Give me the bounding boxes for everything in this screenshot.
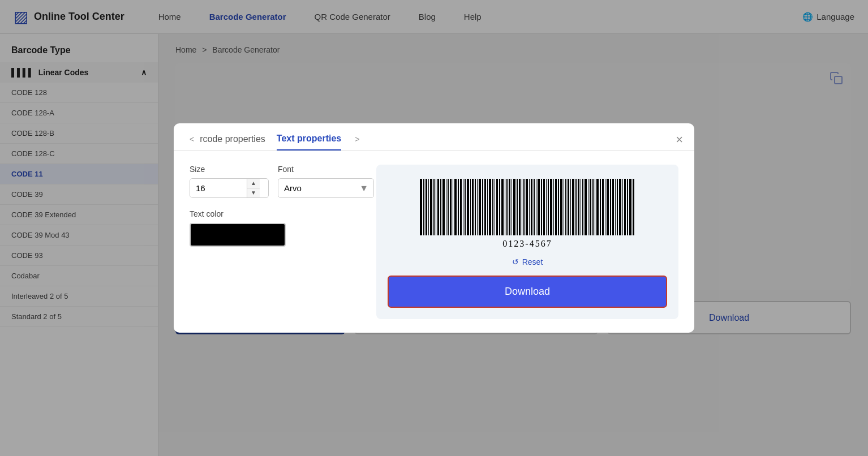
svg-rect-100 <box>523 179 525 235</box>
svg-rect-63 <box>433 179 435 235</box>
svg-rect-142 <box>627 179 628 235</box>
svg-rect-111 <box>550 179 552 235</box>
size-font-row: Size ▲ ▼ Font Arvo <box>190 165 359 198</box>
svg-rect-101 <box>526 179 528 235</box>
text-color-label: Text color <box>190 209 359 218</box>
reset-button[interactable]: ↺ Reset <box>512 257 543 266</box>
svg-rect-67 <box>442 179 445 235</box>
svg-rect-130 <box>596 179 599 235</box>
svg-rect-128 <box>592 179 594 235</box>
svg-rect-122 <box>578 179 579 235</box>
svg-rect-110 <box>548 179 549 235</box>
svg-rect-105 <box>536 179 536 235</box>
svg-rect-125 <box>585 179 587 235</box>
svg-rect-80 <box>475 179 476 235</box>
svg-rect-107 <box>541 179 542 235</box>
svg-rect-126 <box>588 179 588 235</box>
svg-rect-119 <box>570 179 571 235</box>
svg-rect-60 <box>426 179 427 235</box>
svg-rect-92 <box>505 179 505 235</box>
svg-rect-97 <box>517 179 518 235</box>
svg-rect-90 <box>499 179 500 235</box>
svg-rect-123 <box>581 179 581 235</box>
size-input[interactable] <box>190 179 247 197</box>
svg-rect-62 <box>430 179 432 235</box>
svg-rect-118 <box>568 179 569 235</box>
size-down-arrow[interactable]: ▼ <box>247 188 260 197</box>
tab-text-properties[interactable]: Text properties <box>277 134 341 150</box>
svg-rect-94 <box>509 179 510 235</box>
svg-rect-127 <box>590 179 591 235</box>
barcode-preview-modal: 0123-4567 <box>414 176 641 249</box>
text-color-swatch[interactable] <box>190 223 286 247</box>
modal-preview: 0123-4567 ↺ Reset Download <box>376 165 678 319</box>
svg-rect-112 <box>553 179 554 235</box>
svg-rect-75 <box>463 179 463 235</box>
svg-rect-132 <box>602 179 604 235</box>
modal-download-button[interactable]: Download <box>388 276 667 308</box>
svg-rect-113 <box>555 179 557 235</box>
svg-rect-68 <box>446 179 446 235</box>
svg-rect-144 <box>633 179 634 235</box>
svg-rect-66 <box>440 179 441 235</box>
svg-rect-138 <box>617 179 618 235</box>
svg-rect-143 <box>629 179 631 235</box>
size-label: Size <box>190 165 269 174</box>
svg-rect-106 <box>538 179 540 235</box>
svg-rect-91 <box>501 179 504 235</box>
svg-rect-86 <box>489 179 491 235</box>
modal-body: Size ▲ ▼ Font Arvo <box>174 151 694 333</box>
svg-rect-81 <box>477 179 478 235</box>
tab-right-arrow[interactable]: > <box>355 135 359 149</box>
svg-rect-87 <box>492 179 493 235</box>
svg-rect-89 <box>496 179 498 235</box>
svg-rect-88 <box>495 179 495 235</box>
svg-rect-141 <box>624 179 626 235</box>
svg-rect-120 <box>572 179 574 235</box>
svg-rect-79 <box>472 179 474 235</box>
svg-rect-59 <box>423 179 424 235</box>
size-up-arrow[interactable]: ▲ <box>247 179 260 188</box>
svg-rect-116 <box>564 179 564 235</box>
svg-rect-73 <box>458 179 459 235</box>
svg-rect-115 <box>560 179 562 235</box>
svg-rect-72 <box>454 179 457 235</box>
modal-controls: Size ▲ ▼ Font Arvo <box>190 165 359 319</box>
modal-overlay: < rcode properties Text properties > × S… <box>0 0 868 456</box>
svg-rect-139 <box>619 179 621 235</box>
svg-rect-70 <box>450 179 452 235</box>
svg-rect-93 <box>506 179 508 235</box>
svg-rect-61 <box>428 179 429 235</box>
font-select-wrapper: Arvo Arial Times New Roman Courier Helve… <box>278 178 374 198</box>
font-label: Font <box>278 165 374 174</box>
svg-rect-129 <box>595 179 595 235</box>
modal-close-button[interactable]: × <box>676 132 683 147</box>
svg-rect-71 <box>453 179 453 235</box>
svg-rect-99 <box>522 179 522 235</box>
svg-rect-78 <box>470 179 471 235</box>
svg-rect-124 <box>582 179 583 235</box>
font-field: Font Arvo Arial Times New Roman Courier … <box>278 165 374 198</box>
modal-header: < rcode properties Text properties > × <box>174 123 694 150</box>
size-input-wrapper: ▲ ▼ <box>190 178 269 198</box>
svg-rect-117 <box>565 179 566 235</box>
font-select[interactable]: Arvo Arial Times New Roman Courier Helve… <box>278 178 374 198</box>
tab-left-arrow[interactable]: < <box>190 135 194 149</box>
size-arrows: ▲ ▼ <box>247 179 260 197</box>
svg-rect-82 <box>479 179 481 235</box>
svg-rect-136 <box>612 179 614 235</box>
svg-rect-85 <box>487 179 488 235</box>
svg-rect-137 <box>615 179 616 235</box>
svg-rect-140 <box>622 179 623 235</box>
svg-rect-134 <box>607 179 609 235</box>
svg-rect-98 <box>519 179 521 235</box>
modal: < rcode properties Text properties > × S… <box>174 123 694 333</box>
svg-rect-58 <box>420 179 422 235</box>
svg-rect-114 <box>558 179 559 235</box>
svg-rect-121 <box>575 179 577 235</box>
tab-rcode-properties[interactable]: rcode properties <box>200 134 265 150</box>
svg-rect-84 <box>484 179 486 235</box>
svg-rect-95 <box>512 179 512 235</box>
svg-rect-109 <box>546 179 547 235</box>
size-field: Size ▲ ▼ <box>190 165 269 198</box>
